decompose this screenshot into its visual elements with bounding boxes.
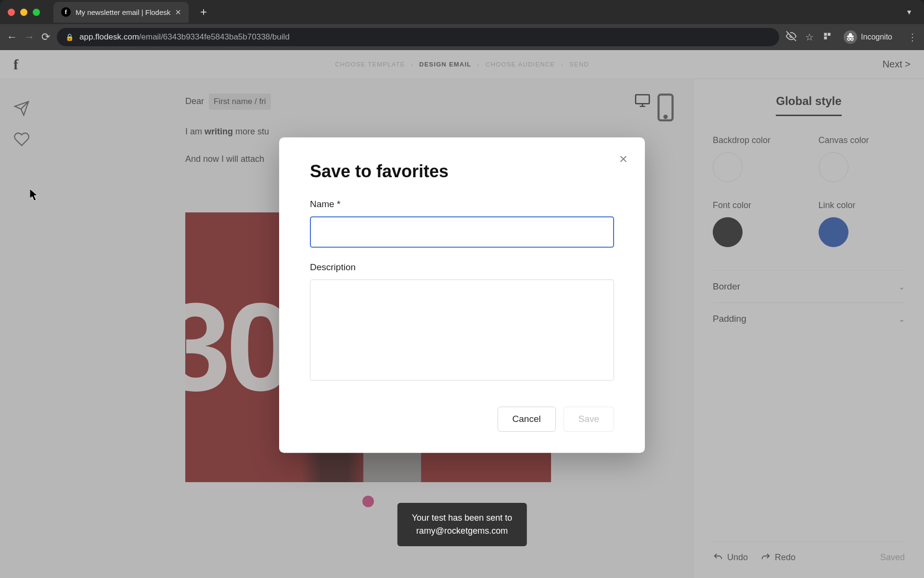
tabs-dropdown-icon[interactable]: ▼ xyxy=(906,8,912,16)
save-favorites-modal: × Save to favorites Name * Description C… xyxy=(279,137,645,453)
modal-title: Save to favorites xyxy=(310,161,614,182)
back-button-icon[interactable]: ← xyxy=(7,31,17,43)
minimize-window-icon[interactable] xyxy=(20,9,27,16)
svg-point-0 xyxy=(847,38,850,40)
save-button[interactable]: Save xyxy=(564,407,614,432)
toast-notification: Your test has been sent to ramy@rocketge… xyxy=(398,503,527,546)
name-input[interactable] xyxy=(310,216,614,248)
browser-toolbar: ← → ⟳ 🔒 app.flodesk.com/email/6343b9334f… xyxy=(0,24,924,50)
close-modal-icon[interactable]: × xyxy=(619,152,628,166)
svg-point-1 xyxy=(851,38,853,40)
incognito-label: Incognito xyxy=(861,33,892,41)
tab-favicon-icon: f xyxy=(61,7,71,17)
cancel-button[interactable]: Cancel xyxy=(498,407,556,432)
description-textarea[interactable] xyxy=(310,279,614,381)
browser-tab-strip: f My newsletter email | Flodesk × + ▼ xyxy=(0,0,924,24)
incognito-badge[interactable]: Incognito xyxy=(841,28,899,46)
description-field-label: Description xyxy=(310,262,614,273)
tab-title: My newsletter email | Flodesk xyxy=(76,8,170,16)
reload-button-icon[interactable]: ⟳ xyxy=(41,31,50,43)
incognito-icon xyxy=(844,30,857,44)
lock-icon: 🔒 xyxy=(65,33,74,41)
extensions-icon[interactable] xyxy=(822,31,832,43)
eye-off-icon[interactable] xyxy=(786,31,796,44)
address-bar[interactable]: 🔒 app.flodesk.com/email/6343b9334fe5843b… xyxy=(57,28,779,46)
kebab-menu-icon[interactable]: ⋮ xyxy=(908,31,917,43)
new-tab-button[interactable]: + xyxy=(200,5,207,19)
browser-tab[interactable]: f My newsletter email | Flodesk × xyxy=(53,2,189,23)
close-tab-icon[interactable]: × xyxy=(175,7,181,18)
forward-button-icon[interactable]: → xyxy=(24,31,35,43)
url-text: app.flodesk.com/email/6343b9334fe5843ba5… xyxy=(79,32,290,42)
maximize-window-icon[interactable] xyxy=(33,9,40,16)
name-field-label: Name * xyxy=(310,199,614,210)
close-window-icon[interactable] xyxy=(8,9,15,16)
star-icon[interactable]: ☆ xyxy=(805,31,814,43)
app-root: f CHOOSE TEMPLATE › DESIGN EMAIL › CHOOS… xyxy=(0,50,924,578)
window-controls xyxy=(8,9,40,16)
